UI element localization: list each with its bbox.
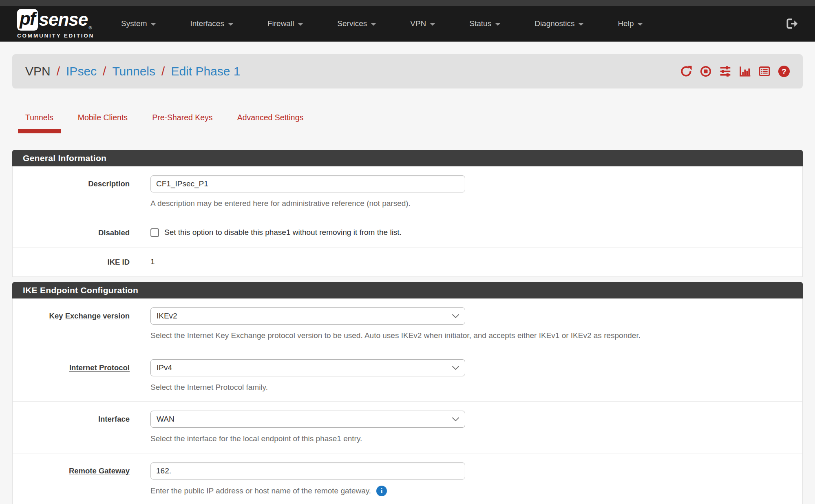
- logo-row: pf sense ®: [17, 9, 94, 31]
- chevron-down-icon: [452, 314, 459, 318]
- nav-item-label: Diagnostics: [534, 19, 574, 28]
- key-exchange-control: IKEv2 Select the Internet Key Exchange p…: [150, 307, 790, 341]
- ike-id-label: IKE ID: [13, 257, 130, 267]
- nav-item-label: Services: [337, 19, 367, 28]
- general-information-section: General Information Description A descri…: [12, 150, 803, 277]
- remote-gateway-input[interactable]: [150, 462, 465, 480]
- nav-item-system[interactable]: System: [121, 19, 156, 28]
- sign-out-icon: [786, 18, 798, 30]
- nav-item-vpn[interactable]: VPN: [410, 19, 435, 28]
- ike-id-control: 1: [150, 257, 790, 266]
- nav-item-interfaces[interactable]: Interfaces: [190, 19, 233, 28]
- breadcrumb-tunnels[interactable]: Tunnels: [112, 64, 155, 78]
- key-exchange-help: Select the Internet Key Exchange protoco…: [150, 331, 790, 341]
- breadcrumb-edit-phase-1[interactable]: Edit Phase 1: [171, 64, 240, 78]
- info-glyph: i: [381, 486, 383, 495]
- breadcrumb-ipsec[interactable]: IPsec: [66, 64, 97, 78]
- nav-item-label: Status: [469, 19, 491, 28]
- internet-protocol-select[interactable]: IPv4: [150, 359, 465, 376]
- remote-gateway-control: Enter the public IP address or host name…: [150, 462, 790, 496]
- internet-protocol-row: Internet Protocol IPv4 Select the Intern…: [13, 350, 802, 402]
- disabled-row: Disabled Set this option to disable this…: [13, 218, 802, 247]
- nav-item-help[interactable]: Help: [618, 19, 643, 28]
- top-navbar: pf sense ® COMMUNITY EDITION System Inte…: [0, 6, 815, 42]
- question-circle-icon: ?: [782, 68, 786, 75]
- internet-protocol-control: IPv4 Select the Internet Protocol family…: [150, 359, 790, 393]
- info-circle-icon[interactable]: i: [376, 486, 387, 496]
- internet-protocol-selected-value: IPv4: [157, 363, 172, 372]
- chevron-down-icon: [452, 417, 459, 422]
- window-top-strip: [0, 0, 815, 6]
- general-information-panel: Description A description may be entered…: [12, 166, 803, 277]
- logo-registered-mark: ®: [88, 26, 92, 30]
- caret-down-icon: [371, 23, 376, 26]
- caret-down-icon: [228, 23, 233, 26]
- section-header-general-information: General Information: [12, 150, 803, 166]
- caret-down-icon: [579, 23, 583, 26]
- tab-bar: Tunnels Mobile Clients Pre-Shared Keys A…: [18, 113, 815, 133]
- stop-circle-icon: [700, 66, 711, 77]
- stop-button[interactable]: [700, 66, 711, 77]
- logo-sense-text: sense: [39, 11, 88, 29]
- key-exchange-selected-value: IKEv2: [157, 312, 177, 321]
- breadcrumb: VPN / IPsec / Tunnels / Edit Phase 1: [25, 64, 241, 78]
- ike-id-row: IKE ID 1: [13, 247, 802, 276]
- filter-button[interactable]: [720, 66, 731, 77]
- logo-subtitle: COMMUNITY EDITION: [17, 33, 94, 39]
- tab-advanced-settings[interactable]: Advanced Settings: [230, 113, 311, 133]
- ike-id-value: 1: [150, 257, 155, 266]
- caret-down-icon: [151, 23, 156, 26]
- breadcrumb-separator: /: [103, 64, 106, 78]
- main-menu: System Interfaces Firewall Services VPN …: [121, 19, 643, 28]
- caret-down-icon: [495, 23, 500, 26]
- key-exchange-row: Key Exchange version IKEv2 Select the In…: [13, 298, 802, 350]
- description-input[interactable]: [150, 175, 465, 192]
- tab-pre-shared-keys[interactable]: Pre-Shared Keys: [145, 113, 220, 133]
- remote-gateway-label: Remote Gateway: [13, 462, 130, 496]
- disabled-checkbox[interactable]: [150, 228, 159, 237]
- section-header-ike-endpoint: IKE Endpoint Configuration: [12, 282, 803, 298]
- breadcrumb-vpn: VPN: [25, 64, 51, 78]
- page-action-icons: ?: [680, 66, 790, 77]
- disabled-checkbox-label: Set this option to disable this phase1 w…: [164, 228, 402, 237]
- nav-item-label: Help: [618, 19, 634, 28]
- nav-item-services[interactable]: Services: [337, 19, 376, 28]
- key-exchange-select[interactable]: IKEv2: [150, 307, 465, 325]
- log-button[interactable]: [759, 66, 770, 77]
- description-control: A description may be entered here for ad…: [150, 175, 790, 209]
- nav-item-diagnostics[interactable]: Diagnostics: [534, 19, 583, 28]
- interface-help: Select the interface for the local endpo…: [150, 434, 790, 444]
- logout-button[interactable]: [786, 18, 798, 30]
- interface-select[interactable]: WAN: [150, 411, 465, 428]
- ike-endpoint-panel: Key Exchange version IKEv2 Select the In…: [12, 298, 803, 504]
- tab-mobile-clients[interactable]: Mobile Clients: [71, 113, 135, 133]
- nav-item-status[interactable]: Status: [469, 19, 500, 28]
- description-row: Description A description may be entered…: [13, 166, 802, 218]
- list-alt-icon: [759, 66, 770, 77]
- remote-gateway-help: Enter the public IP address or host name…: [150, 486, 371, 496]
- breadcrumb-separator: /: [57, 64, 60, 78]
- nav-item-label: System: [121, 19, 147, 28]
- nav-item-label: VPN: [410, 19, 426, 28]
- caret-down-icon: [638, 23, 643, 26]
- chevron-down-icon: [452, 365, 459, 370]
- tab-tunnels[interactable]: Tunnels: [18, 113, 61, 133]
- bar-chart-icon: [739, 66, 751, 77]
- interface-selected-value: WAN: [157, 415, 174, 424]
- logo-pf-text: pf: [20, 9, 35, 29]
- remote-gateway-help-row: Enter the public IP address or host name…: [150, 486, 790, 496]
- breadcrumb-separator: /: [161, 64, 165, 78]
- caret-down-icon: [430, 23, 435, 26]
- breadcrumb-bar: VPN / IPsec / Tunnels / Edit Phase 1: [12, 54, 803, 88]
- help-button[interactable]: ?: [778, 66, 790, 77]
- monitoring-button[interactable]: [739, 66, 751, 77]
- remote-gateway-row: Remote Gateway Enter the public IP addre…: [13, 453, 802, 504]
- refresh-button[interactable]: [680, 66, 692, 77]
- description-help: A description may be entered here for ad…: [150, 199, 790, 209]
- interface-label: Interface: [13, 411, 130, 444]
- nav-item-firewall[interactable]: Firewall: [267, 19, 303, 28]
- interface-control: WAN Select the interface for the local e…: [150, 411, 790, 444]
- sliders-icon: [720, 66, 731, 77]
- pfsense-logo[interactable]: pf sense ® COMMUNITY EDITION: [17, 9, 94, 39]
- description-label: Description: [13, 175, 130, 209]
